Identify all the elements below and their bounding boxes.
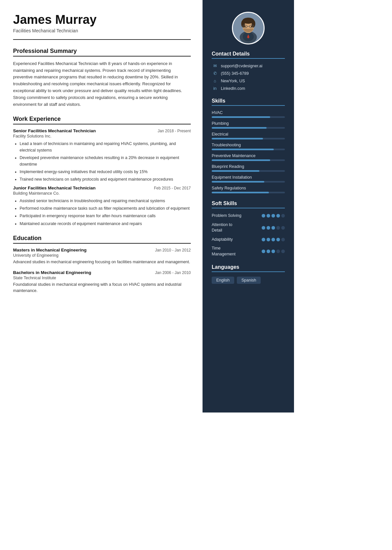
edu-header-2: Bachelors in Mechanical Engineering Jan … <box>13 270 191 275</box>
skill-item: Troubleshooting <box>212 143 285 150</box>
home-icon: ⌂ <box>212 78 218 83</box>
skill-bar-bg <box>212 170 285 172</box>
skill-bar-bg <box>212 116 285 118</box>
skill-bar-bg <box>212 181 285 183</box>
contact-section: Contact Details ✉ support@cvdesigner.ai … <box>203 51 294 91</box>
skill-name: Plumbing <box>212 121 285 126</box>
soft-skill-row: Problem Solving <box>212 213 285 219</box>
skill-bar-fill <box>212 116 270 118</box>
job-title-2: Junior Facilities Mechanical Technician <box>13 186 96 190</box>
skill-bar-bg <box>212 149 285 150</box>
language-tag: Spanish <box>237 277 261 284</box>
dot <box>262 214 265 218</box>
dot <box>267 250 270 253</box>
skill-item: Preventive Maintenance <box>212 154 285 161</box>
contact-location-text: NewYork, US <box>221 79 245 83</box>
soft-skill-name: Adaptability <box>212 237 251 243</box>
skill-item: Blueprint Reading <box>212 164 285 172</box>
skill-item: Electrical <box>212 132 285 139</box>
work-experience-section: Work Experience Senior Facilities Mechan… <box>13 116 191 227</box>
bullet: Performed routine maintenance tasks such… <box>20 205 191 212</box>
job-bullets-1: Lead a team of technicians in maintainin… <box>13 141 191 183</box>
job-header-2: Junior Facilities Mechanical Technician … <box>13 186 191 190</box>
soft-skills-section: Soft Skills Problem Solving Attention to… <box>203 201 294 257</box>
dot <box>276 250 280 253</box>
dot <box>276 214 280 218</box>
edu-date-2: Jan 2006 - Jan 2010 <box>155 270 191 275</box>
languages-section: Languages EnglishSpanish <box>203 264 294 284</box>
skill-name: Electrical <box>212 132 285 137</box>
contact-phone-text: (555) 345-6789 <box>221 71 249 76</box>
dot <box>262 226 265 230</box>
soft-skill-dots <box>262 250 285 253</box>
skill-name: Equipment Installation <box>212 175 285 180</box>
dot <box>281 214 285 218</box>
dot <box>267 238 270 241</box>
dot <box>262 250 265 253</box>
language-tag: English <box>212 277 234 284</box>
edu-school-1: University of Engineering <box>13 253 191 258</box>
summary-section: Professional Summary Experienced Facilit… <box>13 48 191 108</box>
skill-item: Equipment Installation <box>212 175 285 183</box>
dot <box>271 250 275 253</box>
avatar-image <box>233 12 264 44</box>
name-block: James Murray Facilities Mechanical Techn… <box>13 13 191 33</box>
summary-text: Experienced Facilities Mechanical Techni… <box>13 60 191 108</box>
contact-location: ⌂ NewYork, US <box>212 78 285 83</box>
dot <box>281 226 285 230</box>
soft-skills-section-title: Soft Skills <box>212 201 285 208</box>
soft-skill-dots <box>262 226 285 230</box>
dot <box>271 238 275 241</box>
svg-point-12 <box>251 25 253 27</box>
dot <box>281 250 285 253</box>
avatar <box>232 12 265 44</box>
bullet: Developed preventive maintenance schedul… <box>20 155 191 168</box>
job-bullets-2: Assisted senior technicians in troublesh… <box>13 198 191 227</box>
edu-degree-1: Masters in Mechanical Engineering <box>13 248 87 252</box>
skill-name: HVAC <box>212 110 285 115</box>
edu-desc-1: Advanced studies in mechanical engineeri… <box>13 259 191 265</box>
skill-name: Preventive Maintenance <box>212 154 285 158</box>
linkedin-icon: in <box>212 86 218 91</box>
dot <box>267 214 270 218</box>
job-date-2: Feb 2015 - Dec 2017 <box>154 186 191 190</box>
dot <box>262 238 265 241</box>
skills-container: HVAC Plumbing Electrical Troubleshooting… <box>212 110 285 193</box>
bullet: Implemented energy-saving initiatives th… <box>20 169 191 175</box>
left-column: James Murray Facilities Mechanical Techn… <box>0 0 203 412</box>
skill-item: Safety Regulations <box>212 186 285 193</box>
skill-name: Blueprint Reading <box>212 164 285 169</box>
right-column: Contact Details ✉ support@cvdesigner.ai … <box>203 0 294 412</box>
dot <box>281 238 285 241</box>
skill-bar-fill <box>212 181 264 183</box>
phone-icon: ✆ <box>212 71 218 76</box>
soft-skill-row: Attention toDetail <box>212 222 285 234</box>
soft-skill-dots <box>262 214 285 218</box>
header-divider <box>13 39 191 40</box>
dot <box>271 226 275 230</box>
skill-bar-fill <box>212 127 267 129</box>
skill-bar-fill <box>212 149 274 150</box>
skill-bar-bg <box>212 138 285 139</box>
contact-section-title: Contact Details <box>212 51 285 59</box>
edu-desc-2: Foundational studies in mechanical engin… <box>13 282 191 294</box>
skill-item: HVAC <box>212 110 285 118</box>
soft-skill-name: Attention toDetail <box>212 222 251 234</box>
soft-skill-row: Adaptability <box>212 237 285 243</box>
job-date-1: Jan 2018 - Present <box>158 129 191 133</box>
edu-date-1: Jan 2010 - Jan 2012 <box>155 248 191 252</box>
skill-bar-bg <box>212 159 285 161</box>
skill-bar-fill <box>212 192 269 193</box>
soft-skill-name: TimeManagement <box>212 246 251 257</box>
bullet: Trained new technicians on safety protoc… <box>20 176 191 183</box>
skill-bar-bg <box>212 192 285 193</box>
job-header-1: Senior Facilities Mechanical Technician … <box>13 128 191 133</box>
dot <box>276 226 280 230</box>
avatar-area <box>203 0 294 51</box>
skill-name: Troubleshooting <box>212 143 285 147</box>
contact-linkedin-text: LinkedIn.com <box>221 86 245 91</box>
contact-linkedin: in LinkedIn.com <box>212 86 285 91</box>
education-title: Education <box>13 235 191 244</box>
bullet: Maintained accurate records of equipment… <box>20 221 191 227</box>
dot <box>267 226 270 230</box>
